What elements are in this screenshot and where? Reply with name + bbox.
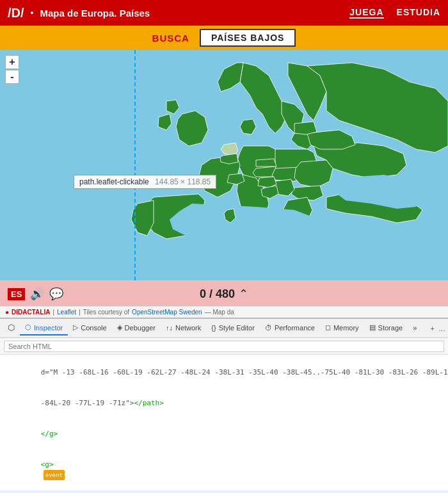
devtools-tab-performance[interactable]: ⏱ Performance (260, 321, 320, 335)
brand-dot: ● (5, 309, 9, 316)
devtools-add-button[interactable]: + (431, 325, 435, 332)
chat-icon[interactable]: 💬 (49, 287, 63, 301)
devtools-tab-memory[interactable]: ◻ Memory (320, 321, 364, 335)
nav-juega[interactable]: JUEGA (349, 7, 383, 19)
console-label: Console (81, 324, 106, 332)
devtools-panel: ⬡ ⬡ Inspector ▷ Console ◈ Debugger ↑↓ Ne… (0, 318, 448, 493)
inspector-toolbar (0, 338, 448, 355)
code-line-4: <g> event (0, 449, 448, 490)
memory-icon: ◻ (325, 323, 331, 332)
devtools-tab-pick[interactable]: ⬡ (3, 320, 20, 336)
debugger-icon: ◈ (117, 323, 122, 332)
style-editor-label: Style Editor (219, 324, 255, 332)
code-line-3: </g> (0, 419, 448, 449)
score-text: 0 / 480 (200, 287, 235, 301)
zoom-out-button[interactable]: - (5, 70, 19, 84)
sound-icon[interactable]: 🔊 (30, 287, 44, 301)
code-line-2: -84L-20 -77L-19 -71z"></path> (0, 388, 448, 419)
more-tabs-icon: » (413, 324, 417, 332)
game-bar: BUSCA PAÍSES BAJOS (0, 26, 448, 50)
top-nav: /D/ • Mapa de Europa. Países JUEGA ESTUD… (0, 0, 448, 26)
attr-sep3: — Map da (205, 309, 234, 316)
devtools-options-button[interactable]: … (438, 325, 445, 332)
site-title: Mapa de Europa. Países (40, 8, 150, 19)
devtools-tab-debugger[interactable]: ◈ Debugger (112, 321, 161, 335)
network-icon: ↑↓ (166, 324, 173, 332)
attribution-bar: ● DIDACTALIA | Leaflet | Tiles courtesy … (0, 306, 448, 318)
score-arrow: ⌃ (239, 287, 248, 301)
memory-label: Memory (333, 324, 359, 332)
devtools-tab-more[interactable]: » (408, 321, 422, 335)
code-panel[interactable]: d="M -13 -68L-16 -60L-19 -62L-27 -48L-24… (0, 355, 448, 493)
devtools-tab-console[interactable]: ▷ Console (68, 321, 111, 335)
nav-links: JUEGA ESTUDIA (349, 7, 440, 19)
leaflet-link[interactable]: Leaflet (57, 309, 76, 316)
code-line-5[interactable]: <path class="leaflet-clickable" stroke-l… (0, 490, 448, 493)
map-container[interactable]: + - (0, 50, 448, 280)
zoom-in-button[interactable]: + (5, 55, 19, 69)
site-logo[interactable]: /D/ (8, 6, 24, 20)
attr-tiles: Tiles courtesy of (83, 309, 129, 316)
search-html-input[interactable] (4, 341, 444, 352)
status-bar: ES 🔊 💬 0 / 480 ⌃ (0, 280, 448, 306)
debugger-label: Debugger (125, 324, 156, 332)
attr-sep1: | (52, 309, 54, 316)
code-line-1: d="M -13 -68L-16 -60L-19 -62L-27 -48L-24… (0, 357, 448, 388)
console-icon: ▷ (73, 323, 78, 332)
storage-icon: ▤ (369, 323, 376, 332)
country-badge: PAÍSES BAJOS (200, 29, 296, 47)
performance-icon: ⏱ (265, 324, 272, 332)
devtools-tab-network[interactable]: ↑↓ Network (161, 321, 206, 335)
devtools-tab-style-editor[interactable]: {} Style Editor (206, 321, 260, 335)
score-display: 0 / 480 ⌃ (200, 287, 248, 301)
busca-label: BUSCA (152, 33, 189, 44)
inspector-label: Inspector (34, 324, 63, 332)
zoom-controls: + - (5, 55, 19, 84)
attr-sep2: | (79, 309, 81, 316)
devtools-tab-inspector[interactable]: ⬡ Inspector (20, 321, 68, 335)
devtools-tab-storage[interactable]: ▤ Storage (364, 321, 408, 335)
network-label: Network (175, 324, 201, 332)
lang-flag[interactable]: ES (8, 288, 25, 300)
openstreet-link[interactable]: OpenStreetMap Sweden (132, 309, 202, 316)
performance-label: Performance (275, 324, 315, 332)
brand-name[interactable]: DIDACTALIA (12, 309, 50, 316)
site-divider: • (31, 8, 34, 18)
devtools-right-controls: + … (431, 325, 445, 332)
style-editor-icon: {} (211, 324, 216, 332)
storage-label: Storage (378, 324, 403, 332)
nav-estudia[interactable]: ESTUDIA (397, 7, 440, 19)
map-svg (0, 50, 448, 280)
devtools-tabs: ⬡ ⬡ Inspector ▷ Console ◈ Debugger ↑↓ Ne… (0, 319, 448, 338)
inspector-icon: ⬡ (25, 323, 31, 332)
event-badge-1: event (44, 470, 65, 480)
